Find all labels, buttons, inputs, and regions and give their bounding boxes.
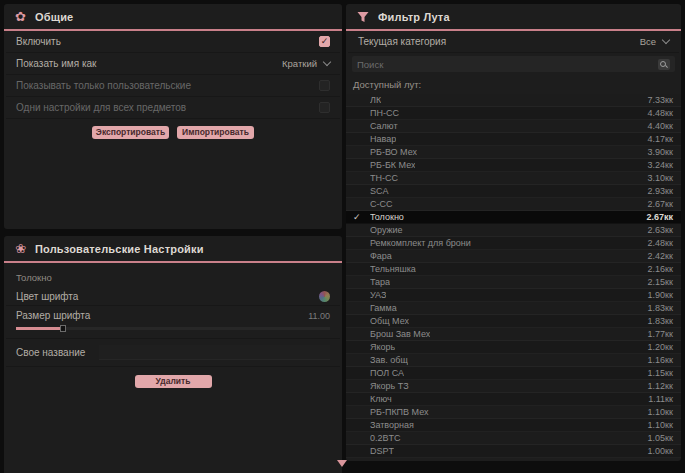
search-icon[interactable] xyxy=(658,59,670,70)
loot-item-name: УАЗ xyxy=(370,290,386,300)
loot-item-name: Общ Мех xyxy=(370,316,409,326)
slider-fill xyxy=(16,327,64,330)
loot-item-name: 0.2BTC xyxy=(370,433,401,443)
loot-item-name: Ключ xyxy=(370,394,392,404)
font-size-label: Размер шрифта xyxy=(16,310,90,321)
loot-item-name: DSPT xyxy=(370,446,394,456)
loot-item-value: 1.10кк xyxy=(648,420,673,430)
loot-list-item[interactable]: РБ-ПКПВ Мех 1.10кк xyxy=(346,406,681,419)
loot-list-item[interactable]: РБ-БК Мех 3.24кк xyxy=(346,159,681,172)
font-color-label: Цвет шрифта xyxy=(16,291,78,302)
custom-name-label: Свое название xyxy=(16,347,85,358)
loot-list-item[interactable]: ПОЛ СА 1.15кк xyxy=(346,367,681,380)
loot-item-value: 1.16кк xyxy=(648,355,673,365)
loot-list-item[interactable]: Брош Зав Мех 1.77кк xyxy=(346,328,681,341)
loot-item-value: 2.67кк xyxy=(648,199,673,209)
loot-list-item[interactable]: ПН-СС 4.48кк xyxy=(346,107,681,120)
loot-item-value: 4.17кк xyxy=(648,134,673,144)
chevron-down-icon xyxy=(662,36,670,44)
loot-item-name: РБ-ПКПВ Мех xyxy=(370,407,429,417)
loot-item-value: 2.15кк xyxy=(648,277,673,287)
loot-list-item[interactable]: Салют 4.40кк xyxy=(346,120,681,133)
category-row: Текущая категория Все xyxy=(348,31,679,53)
loot-item-value: 1.83кк xyxy=(648,316,673,326)
loot-list-item[interactable]: DSPT 1.00кк xyxy=(346,445,681,458)
loot-item-value: 1.10кк xyxy=(648,407,673,417)
only-custom-row: Показывать только пользовательские ✓ xyxy=(6,75,340,97)
divider xyxy=(6,338,340,339)
loot-item-value: 1.11кк xyxy=(648,394,673,404)
loot-item-name: Фара xyxy=(370,251,392,261)
loot-item-value: 3.24кк xyxy=(648,160,673,170)
loot-list-item[interactable]: Гамма 1.83кк xyxy=(346,302,681,315)
loot-item-value: 4.40кк xyxy=(648,121,673,131)
show-name-dropdown[interactable]: Краткий xyxy=(282,58,330,69)
show-name-value: Краткий xyxy=(282,58,317,69)
same-for-all-label: Одни настройки для всех предметов xyxy=(16,102,186,113)
import-button[interactable]: Импортировать xyxy=(177,126,254,139)
loot-list-item[interactable]: ТН-СС 3.10кк xyxy=(346,172,681,185)
loot-list: ЛК 7.33кк ПН-СС 4.48кк Салют 4.40кк Нава… xyxy=(346,94,681,458)
loot-list-item[interactable]: С-СС 2.67кк xyxy=(346,198,681,211)
search-input[interactable] xyxy=(357,59,658,70)
only-custom-checkbox[interactable]: ✓ xyxy=(319,80,330,91)
enable-label: Включить xyxy=(16,36,61,47)
only-custom-label: Показывать только пользовательские xyxy=(16,80,191,91)
user-settings-panel-header: ❀ Пользовательские Настройки xyxy=(4,236,342,263)
color-picker-icon[interactable] xyxy=(319,291,330,302)
loot-item-name: С-СС xyxy=(370,199,393,209)
enable-checkbox[interactable]: ✓ xyxy=(319,36,330,47)
loot-list-item[interactable]: Оружие 2.63кк xyxy=(346,224,681,237)
font-size-slider[interactable] xyxy=(16,327,330,330)
divider xyxy=(6,366,340,367)
general-panel-title: Общие xyxy=(35,11,74,23)
loot-item-value: 2.67кк xyxy=(646,212,673,222)
loot-item-value: 1.12кк xyxy=(648,381,673,391)
slider-thumb[interactable] xyxy=(60,325,66,332)
loot-list-item[interactable]: ЛК 7.33кк xyxy=(346,94,681,107)
loot-list-item[interactable]: Тара 2.15кк xyxy=(346,276,681,289)
loot-list-item[interactable]: Фара 2.42кк xyxy=(346,250,681,263)
loot-list-item[interactable]: Тельняшка 2.16кк xyxy=(346,263,681,276)
enable-row: Включить ✓ xyxy=(6,31,340,53)
loot-item-value: 2.42кк xyxy=(648,251,673,261)
loot-item-name: Якорь ТЗ xyxy=(370,381,409,391)
chevron-down-icon xyxy=(323,58,331,66)
custom-name-input[interactable] xyxy=(99,345,330,360)
delete-button-row: Удалить xyxy=(4,375,342,388)
loot-item-name: Гамма xyxy=(370,303,397,313)
loot-item-name: РБ-ВО Мех xyxy=(370,147,417,157)
export-button[interactable]: Экспортировать xyxy=(92,126,169,139)
loot-item-name: ПОЛ СА xyxy=(370,368,404,378)
show-name-label: Показать имя как xyxy=(16,58,96,69)
loot-list-item[interactable]: ✓ Толокно 2.67кк xyxy=(346,211,681,224)
general-panel-header: ✿ Общие xyxy=(4,4,342,31)
loot-list-item[interactable]: Затворная 1.10кк xyxy=(346,419,681,432)
loot-item-name: Ремкомплект для брони xyxy=(370,238,471,248)
loot-list-item[interactable]: РБ-ВО Мех 3.90кк xyxy=(346,146,681,159)
loot-item-value: 1.20кк xyxy=(648,342,673,352)
loot-list-item[interactable]: Зав. общ 1.16кк xyxy=(346,354,681,367)
loot-list-item[interactable]: Навар 4.17кк xyxy=(346,133,681,146)
search-box xyxy=(352,56,675,72)
loot-list-item[interactable]: SCA 2.93кк xyxy=(346,185,681,198)
loot-item-name: Навар xyxy=(370,134,396,144)
loot-item-value: 2.63кк xyxy=(648,225,673,235)
palette-icon: ❀ xyxy=(15,242,26,255)
loot-item-name: Толокно xyxy=(370,212,404,222)
loot-list-item[interactable]: УАЗ 1.90кк xyxy=(346,289,681,302)
delete-button[interactable]: Удалить xyxy=(135,375,212,388)
loot-list-item[interactable]: Ключ 1.11кк xyxy=(346,393,681,406)
same-for-all-checkbox[interactable]: ✓ xyxy=(319,102,330,113)
loot-filter-panel: Фильтр Лута Текущая категория Все Доступ… xyxy=(346,4,681,461)
loot-list-item[interactable]: 0.2BTC 1.05кк xyxy=(346,432,681,445)
loot-list-item[interactable]: Якорь 1.20кк xyxy=(346,341,681,354)
category-dropdown[interactable]: Все xyxy=(640,36,669,47)
expand-down-arrow[interactable] xyxy=(337,460,347,467)
custom-name-row: Свое название xyxy=(6,343,340,362)
loot-list-item[interactable]: Ремкомплект для брони 2.48кк xyxy=(346,237,681,250)
loot-item-value: 2.48кк xyxy=(648,238,673,248)
loot-list-item[interactable]: Якорь ТЗ 1.12кк xyxy=(346,380,681,393)
loot-list-item[interactable]: Общ Мех 1.83кк xyxy=(346,315,681,328)
loot-item-name: Якорь xyxy=(370,342,395,352)
